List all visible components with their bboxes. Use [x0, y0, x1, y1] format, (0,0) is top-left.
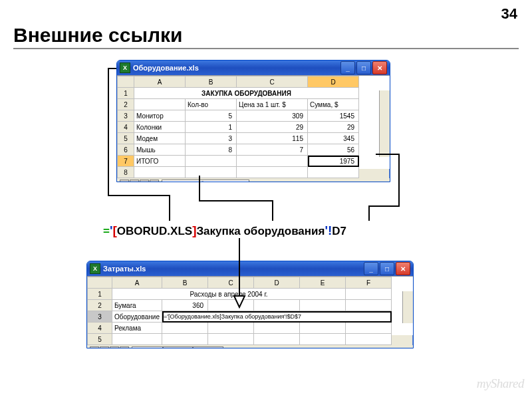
cell[interactable]: 5	[186, 110, 237, 122]
cell[interactable]: Монитор	[134, 110, 186, 122]
col-header-f[interactable]: F	[346, 277, 392, 289]
vertical-scrollbar[interactable]	[402, 291, 413, 323]
sheet-nav-first-icon[interactable]: ⏮	[90, 346, 99, 348]
row-header[interactable]: 4	[118, 122, 134, 133]
cell[interactable]	[208, 300, 254, 311]
maximize-button[interactable]: □	[380, 262, 394, 275]
cell[interactable]	[346, 300, 392, 311]
cell[interactable]: Мышь	[134, 144, 186, 156]
cell[interactable]	[162, 323, 208, 334]
cell[interactable]	[346, 289, 392, 300]
titlebar[interactable]: X Оборудование.xls _ □ ✕	[117, 61, 390, 75]
cell[interactable]: Реклама	[112, 323, 162, 334]
cell[interactable]	[346, 334, 392, 345]
sheet-nav-prev-icon[interactable]: ◀	[100, 346, 109, 348]
sheet-tab-active[interactable]: Закупка оборудования	[162, 180, 249, 183]
sheet-nav-first-icon[interactable]: ⏮	[120, 180, 129, 182]
row-header[interactable]: 3	[88, 311, 112, 323]
sheet-tab-2[interactable]: Лист2	[163, 346, 193, 349]
cell[interactable]	[254, 300, 300, 311]
sheet-tab-3[interactable]: Лист3	[193, 346, 223, 349]
row-header[interactable]: 2	[88, 300, 112, 311]
cell[interactable]	[134, 99, 186, 110]
cell[interactable]	[308, 167, 359, 178]
cell[interactable]	[300, 334, 346, 345]
sheet-nav-last-icon[interactable]: ⏭	[120, 346, 129, 348]
cell[interactable]: 8	[186, 144, 237, 156]
sheet-nav-next-icon[interactable]: ▶	[140, 180, 149, 182]
cell[interactable]	[346, 323, 392, 334]
cell[interactable]: 56	[308, 144, 359, 156]
sheet-nav-next-icon[interactable]: ▶	[110, 346, 119, 348]
close-button[interactable]: ✕	[396, 262, 410, 275]
col-header-b[interactable]: B	[162, 277, 208, 289]
cell[interactable]	[300, 300, 346, 311]
corner-cell[interactable]	[88, 277, 112, 289]
col-header-a[interactable]: A	[112, 277, 162, 289]
cell[interactable]	[134, 167, 186, 178]
cell[interactable]	[112, 334, 162, 345]
cell[interactable]	[254, 323, 300, 334]
cell[interactable]: ЗАКУПКА ОБОРУДОВАНИЯ	[134, 88, 359, 99]
cell[interactable]: ИТОГО	[134, 156, 186, 167]
spreadsheet-grid-1[interactable]: A B C D 1 ЗАКУПКА ОБОРУДОВАНИЯ 2 Кол-во …	[117, 76, 359, 178]
row-header[interactable]: 1	[88, 289, 112, 300]
col-header-b[interactable]: B	[186, 76, 237, 88]
row-header[interactable]: 2	[118, 99, 134, 110]
cell[interactable]: Сумма, $	[308, 99, 359, 110]
cell[interactable]: 29	[237, 122, 308, 133]
cell[interactable]	[300, 323, 346, 334]
cell[interactable]	[186, 167, 237, 178]
cell[interactable]	[237, 167, 308, 178]
cell[interactable]: 360	[162, 300, 208, 311]
col-header-c[interactable]: C	[237, 76, 308, 88]
minimize-button[interactable]: _	[364, 262, 378, 275]
cell[interactable]: Колонки	[134, 122, 186, 133]
cell[interactable]: Оборудование	[112, 311, 162, 323]
cell[interactable]	[208, 334, 254, 345]
corner-cell[interactable]	[118, 76, 134, 88]
row-header[interactable]: 5	[118, 133, 134, 144]
cell[interactable]	[208, 323, 254, 334]
cell[interactable]: Цена за 1 шт. $	[237, 99, 308, 110]
cell[interactable]: 309	[237, 110, 308, 122]
cell-d7-active[interactable]: 1975	[308, 156, 359, 167]
row-header[interactable]: 6	[118, 144, 134, 156]
col-header-a[interactable]: A	[134, 76, 186, 88]
cell[interactable]: 345	[308, 133, 359, 144]
minimize-button[interactable]: _	[340, 61, 355, 74]
sheet-tab-1[interactable]: Лист1	[132, 346, 163, 349]
cell[interactable]: Модем	[134, 133, 186, 144]
close-button[interactable]: ✕	[372, 61, 387, 74]
col-header-d[interactable]: D	[254, 277, 300, 289]
cell[interactable]	[186, 156, 237, 167]
col-header-d[interactable]: D	[308, 76, 359, 88]
cell[interactable]: 7	[237, 144, 308, 156]
cell[interactable]	[162, 334, 208, 345]
row-header[interactable]: 8	[118, 167, 134, 178]
col-header-e[interactable]: E	[300, 277, 346, 289]
cell[interactable]: 3	[186, 133, 237, 144]
cell[interactable]: 29	[308, 122, 359, 133]
cell[interactable]: Бумага	[112, 300, 162, 311]
maximize-button[interactable]: □	[356, 61, 371, 74]
row-header[interactable]: 1	[118, 88, 134, 99]
cell[interactable]: 1	[186, 122, 237, 133]
col-header-c[interactable]: C	[208, 277, 254, 289]
cell[interactable]: 1545	[308, 110, 359, 122]
vertical-scrollbar[interactable]	[379, 90, 390, 157]
row-header[interactable]: 4	[88, 323, 112, 334]
cell[interactable]: 115	[237, 133, 308, 144]
spreadsheet-grid-2[interactable]: A B C D E F 1 Расходы в апреле 2004 г. 2…	[87, 277, 392, 345]
cell[interactable]	[254, 334, 300, 345]
sheet-nav-prev-icon[interactable]: ◀	[130, 180, 139, 182]
row-header[interactable]: 7	[118, 156, 134, 167]
cell-b3-formula[interactable]: ='[Оборудование.xls]Закупка оборудования…	[162, 311, 392, 323]
row-header[interactable]: 5	[88, 334, 112, 345]
cell[interactable]: Расходы в апреле 2004 г.	[112, 289, 346, 300]
cell[interactable]	[237, 156, 308, 167]
titlebar[interactable]: X Затраты.xls _ □ ✕	[87, 261, 413, 276]
row-header[interactable]: 3	[118, 110, 134, 122]
sheet-nav-last-icon[interactable]: ⏭	[150, 180, 159, 182]
cell[interactable]: Кол-во	[186, 99, 237, 110]
